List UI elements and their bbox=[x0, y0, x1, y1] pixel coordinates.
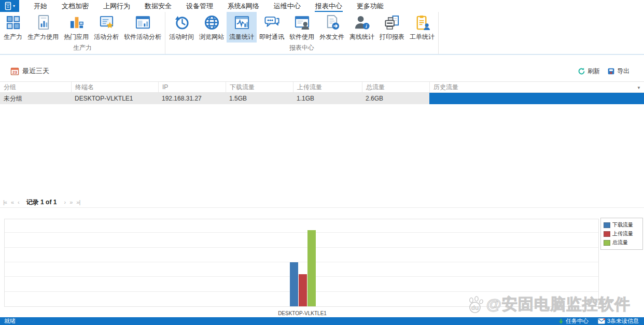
last-page-button[interactable]: »| bbox=[76, 199, 80, 205]
column-header-terminal[interactable]: 终端名 bbox=[71, 82, 158, 92]
menu-items: 开始文档加密上网行为数据安全设备管理系统&网络运维中心报表中心更多功能 bbox=[26, 0, 391, 12]
ribbon-button-window-user[interactable]: 软件使用 bbox=[287, 12, 317, 43]
chart-legend: 下载流量上传流量总流量 bbox=[600, 218, 643, 250]
svg-text:23: 23 bbox=[12, 70, 17, 75]
column-header-upload[interactable]: 上传流量 bbox=[293, 82, 362, 92]
menu-item-label: 数据安全 bbox=[144, 1, 172, 12]
printer-icon bbox=[384, 15, 400, 31]
hot-apps-icon bbox=[68, 15, 85, 31]
cell-terminal: DESKTOP-VLKTLE1 bbox=[71, 93, 158, 104]
chat-icon bbox=[264, 15, 280, 31]
column-header-label: 总流量 bbox=[366, 83, 385, 92]
mail-icon bbox=[598, 318, 605, 324]
prev-page-button[interactable]: ‹ bbox=[18, 199, 19, 205]
ribbon-button-label: 流量统计 bbox=[229, 33, 254, 41]
svg-text:i: i bbox=[365, 23, 367, 29]
ribbon: 生产力生产力使用热门应用活动分析软件活动分析生产力活动时间浏览网站流量统计即时通… bbox=[0, 12, 644, 54]
column-header-group[interactable]: 分组 bbox=[0, 82, 71, 92]
column-header-download[interactable]: 下载流量 bbox=[226, 82, 293, 92]
ribbon-button-label: 外发文件 bbox=[319, 33, 344, 41]
toolbar: 23 最近三天 刷新 导出 bbox=[0, 64, 644, 78]
menu-item-5[interactable]: 设备管理 bbox=[179, 0, 220, 12]
ribbon-button-label: 生产力使用 bbox=[27, 33, 59, 41]
window-user-icon bbox=[294, 15, 310, 31]
clipboard-user-icon bbox=[414, 15, 430, 31]
table-row[interactable]: 未分组DESKTOP-VLKTLE1192.168.31.271.5GB1.1G… bbox=[0, 93, 644, 104]
ribbon-button-doc-chart[interactable]: 生产力使用 bbox=[25, 12, 61, 43]
column-header-history_bar[interactable]: 历史流量 bbox=[429, 82, 644, 92]
column-header-label: 上传流量 bbox=[297, 83, 322, 92]
column-header-label: 分组 bbox=[4, 83, 16, 92]
column-dropdown-icon[interactable]: ▼ bbox=[637, 86, 641, 90]
ribbon-button-clock-history[interactable]: 活动时间 bbox=[166, 12, 197, 43]
refresh-button[interactable]: 刷新 bbox=[578, 67, 600, 76]
chart-plot bbox=[4, 219, 599, 307]
ribbon-button-hot-apps[interactable]: 热门应用 bbox=[61, 12, 91, 43]
traffic-table: 分组终端名IP下载流量上传流量总流量历史流量▼ 未分组DESKTOP-VLKTL… bbox=[0, 81, 644, 104]
legend-label: 总流量 bbox=[612, 239, 628, 246]
chart-bar-total[interactable] bbox=[307, 230, 316, 306]
ribbon-group-label: 生产力 bbox=[1, 43, 164, 55]
menu-item-9[interactable]: 更多功能 bbox=[349, 0, 391, 12]
ribbon-button-traffic-chart[interactable]: 流量统计 bbox=[227, 12, 257, 43]
menu-item-1[interactable]: 开始 bbox=[26, 0, 54, 12]
ribbon-button-label: 活动分析 bbox=[94, 33, 119, 41]
ribbon-button-user-info[interactable]: i离线统计 bbox=[347, 12, 377, 43]
date-filter-button[interactable]: 23 最近三天 bbox=[10, 66, 49, 76]
column-header-label: 历史流量 bbox=[433, 83, 458, 92]
doc-chart-icon bbox=[35, 15, 51, 31]
ribbon-button-globe[interactable]: 浏览网站 bbox=[197, 12, 227, 43]
menu-item-label: 上网行为 bbox=[103, 1, 131, 12]
ribbon-separator bbox=[0, 54, 644, 55]
chart-bar-upload[interactable] bbox=[299, 274, 307, 306]
menu-item-2[interactable]: 文档加密 bbox=[54, 0, 96, 12]
menu-item-6[interactable]: 系统&网络 bbox=[220, 0, 267, 12]
menu-item-label: 设备管理 bbox=[186, 1, 214, 12]
menu-item-label: 报表中心 bbox=[315, 1, 343, 12]
app-menu-icon bbox=[4, 2, 12, 10]
date-filter-label: 最近三天 bbox=[22, 66, 49, 76]
ribbon-group-2: 活动时间浏览网站流量统计即时通讯软件使用外发文件i离线统计打印报表工单统计报表中… bbox=[165, 12, 439, 54]
window-chart-icon bbox=[135, 15, 151, 31]
ribbon-button-grid[interactable]: 生产力 bbox=[1, 12, 25, 43]
column-header-label: IP bbox=[162, 83, 168, 91]
ribbon-button-clipboard-user[interactable]: 工单统计 bbox=[407, 12, 437, 43]
export-button[interactable]: 导出 bbox=[607, 67, 629, 76]
unread-messages-button[interactable]: 3条未读信息 bbox=[598, 317, 639, 325]
column-header-total[interactable]: 总流量 bbox=[362, 82, 429, 92]
table-header: 分组终端名IP下载流量上传流量总流量历史流量▼ bbox=[0, 81, 644, 93]
next-page-button[interactable]: › bbox=[64, 199, 65, 205]
chart-bar-download[interactable] bbox=[290, 262, 298, 306]
chart-gridline bbox=[5, 232, 598, 233]
cell-download: 1.5GB bbox=[226, 93, 293, 104]
traffic-chart-icon bbox=[234, 15, 250, 31]
ribbon-button-chat[interactable]: 即时通讯 bbox=[257, 12, 287, 43]
menu-item-4[interactable]: 数据安全 bbox=[137, 0, 179, 12]
ribbon-button-printer[interactable]: 打印报表 bbox=[377, 12, 407, 43]
column-header-ip[interactable]: IP bbox=[158, 82, 226, 92]
legend-swatch bbox=[604, 240, 610, 246]
ribbon-button-doc-star[interactable]: 活动分析 bbox=[91, 12, 121, 43]
fast-next-button[interactable]: » bbox=[69, 199, 72, 205]
refresh-label: 刷新 bbox=[587, 67, 600, 76]
ribbon-button-window-chart[interactable]: 软件活动分析 bbox=[121, 12, 164, 43]
ribbon-button-label: 生产力 bbox=[4, 33, 22, 41]
ribbon-button-label: 离线统计 bbox=[349, 33, 374, 41]
ribbon-button-label: 活动时间 bbox=[169, 33, 194, 41]
legend-item-upload: 上传流量 bbox=[604, 230, 640, 237]
cell-ip: 192.168.31.27 bbox=[158, 93, 226, 104]
app-menu-button[interactable]: ▾ bbox=[0, 0, 19, 12]
ribbon-button-doc-export[interactable]: 外发文件 bbox=[317, 12, 347, 43]
menu-item-8[interactable]: 报表中心 bbox=[308, 0, 349, 12]
menu-item-3[interactable]: 上网行为 bbox=[96, 0, 137, 12]
first-page-button[interactable]: |« bbox=[3, 199, 7, 205]
cell-group: 未分组 bbox=[0, 93, 71, 104]
globe-icon bbox=[204, 15, 220, 31]
task-center-button[interactable]: 任务中心 bbox=[558, 317, 589, 325]
ribbon-button-label: 工单统计 bbox=[410, 33, 435, 41]
chart-gridline bbox=[5, 247, 598, 248]
fast-prev-button[interactable]: « bbox=[11, 199, 13, 205]
legend-swatch bbox=[604, 231, 610, 237]
menu-item-7[interactable]: 运维中心 bbox=[267, 0, 308, 12]
ribbon-group-buttons: 生产力生产力使用热门应用活动分析软件活动分析 bbox=[1, 12, 164, 43]
